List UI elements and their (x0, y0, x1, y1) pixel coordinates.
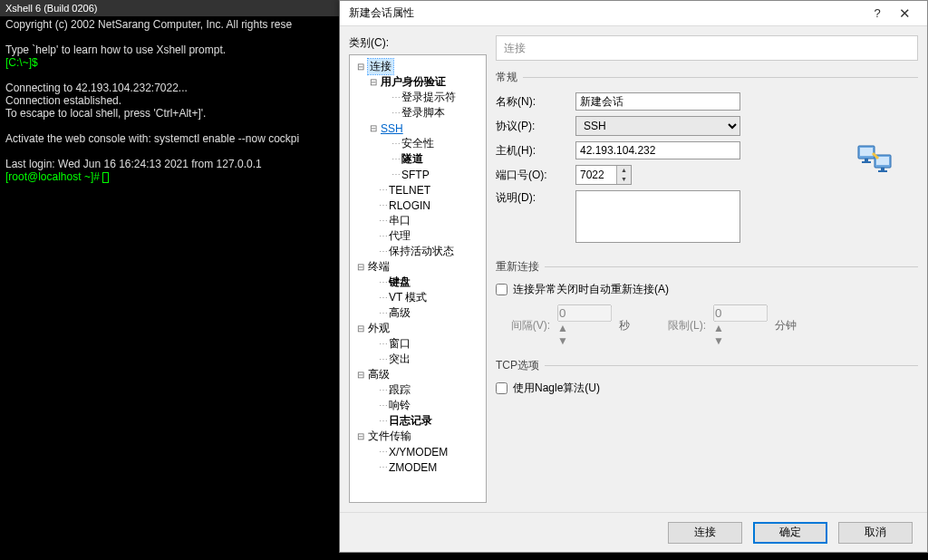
interval-label: 间隔(V): (499, 318, 550, 333)
desc-textarea[interactable] (575, 190, 740, 243)
tree-item-label: 终端 (368, 259, 390, 275)
tree-twist-icon[interactable]: ⊟ (355, 431, 365, 441)
group-reconnect-title: 重新连接 (496, 259, 918, 275)
tree-item[interactable]: ⋯代理 (352, 228, 484, 244)
spin-down-icon[interactable]: ▼ (617, 175, 631, 184)
protocol-select[interactable]: SSH (575, 116, 740, 136)
connect-button[interactable]: 连接 (668, 522, 742, 544)
limit-input (713, 304, 768, 322)
interval-spinner: ▲▼ (557, 304, 612, 347)
tree-twist-icon[interactable]: ⊟ (355, 62, 365, 72)
tree-item[interactable]: ⋯SFTP (352, 167, 484, 182)
tree-twist-icon[interactable]: ⊟ (355, 370, 365, 380)
tree-item[interactable]: ⊟SSH (352, 121, 484, 136)
tree-item-label: 响铃 (389, 398, 411, 413)
tree-item-label: 用户身份验证 (381, 74, 446, 90)
tree-item[interactable]: ⋯登录脚本 (352, 105, 484, 121)
tree-dots: ⋯ (392, 154, 400, 164)
tree-dots: ⋯ (379, 385, 387, 395)
tree-dots: ⋯ (379, 231, 387, 241)
tree-dots: ⋯ (379, 277, 387, 287)
tree-dots: ⋯ (379, 216, 387, 226)
tree-twist-icon[interactable]: ⊟ (355, 262, 365, 272)
group-reconnect: 重新连接 连接异常关闭时自动重新连接(A) 间隔(V): ▲▼ 秒 限制(L): (496, 259, 918, 351)
tree-item[interactable]: ⋯TELNET (352, 182, 484, 198)
group-tcp: TCP选项 使用Nagle算法(U) (496, 358, 918, 407)
tree-twist-icon[interactable]: ⊟ (368, 123, 378, 133)
tree-item[interactable]: ⋯X/YMODEM (352, 444, 484, 459)
tree-item[interactable]: ⋯响铃 (352, 398, 484, 413)
tree-item[interactable]: ⊟终端 (352, 259, 484, 275)
tree-item-label: 键盘 (389, 275, 411, 290)
ok-button[interactable]: 确定 (753, 522, 827, 544)
tree-item[interactable]: ⋯窗口 (352, 336, 484, 352)
session-properties-dialog: 新建会话属性 ? ✕ 类别(C): ⊟连接⊟用户身份验证⋯登录提示符⋯登录脚本⊟… (339, 0, 928, 553)
terminal-cursor (102, 172, 109, 183)
right-pane-header: 连接 (496, 35, 918, 61)
tree-item[interactable]: ⊟连接 (352, 59, 484, 74)
name-label: 名称(N): (496, 94, 575, 110)
tree-twist-icon[interactable]: ⊟ (368, 77, 378, 87)
port-spinner[interactable]: ▲▼ (575, 165, 632, 185)
tree-dots: ⋯ (379, 246, 387, 256)
limit-spinner: ▲▼ (713, 304, 768, 347)
close-button[interactable]: ✕ (891, 5, 918, 22)
tree-item-label: ZMODEM (389, 461, 437, 474)
interval-input (557, 304, 612, 322)
auto-reconnect-checkbox[interactable] (496, 284, 508, 295)
port-input[interactable] (576, 166, 616, 184)
tree-item-label: 串口 (389, 213, 411, 228)
spin-up-icon[interactable]: ▲ (617, 166, 631, 175)
tree-dots: ⋯ (379, 200, 387, 210)
tree-item[interactable]: ⋯串口 (352, 213, 484, 228)
dialog-footer: 连接 确定 取消 (340, 512, 927, 552)
tree-dots: ⋯ (392, 108, 400, 118)
category-label: 类别(C): (349, 35, 487, 51)
host-input[interactable] (575, 141, 740, 159)
category-tree[interactable]: ⊟连接⊟用户身份验证⋯登录提示符⋯登录脚本⊟SSH⋯安全性⋯隧道⋯SFTP⋯TE… (349, 54, 487, 503)
svg-rect-6 (881, 168, 884, 170)
nagle-checkbox[interactable] (496, 382, 508, 394)
nagle-label: 使用Nagle算法(U) (513, 381, 600, 396)
tree-item[interactable]: ⋯ZMODEM (352, 459, 484, 475)
tree-item-label: 连接 (368, 59, 393, 74)
help-button[interactable]: ? (864, 6, 891, 20)
tree-item[interactable]: ⋯保持活动状态 (352, 244, 484, 259)
tree-item[interactable]: ⊟外观 (352, 321, 484, 336)
tree-item[interactable]: ⋯高级 (352, 305, 484, 321)
tree-item-label: 安全性 (401, 136, 434, 151)
tree-item[interactable]: ⊟用户身份验证 (352, 74, 484, 90)
group-tcp-title: TCP选项 (496, 358, 918, 373)
tree-item[interactable]: ⋯日志记录 (352, 413, 484, 429)
tree-item[interactable]: ⋯安全性 (352, 136, 484, 151)
svg-rect-1 (860, 148, 873, 156)
tree-item-label: 文件传输 (368, 429, 411, 444)
tree-item-label: 高级 (368, 367, 390, 382)
tree-dots: ⋯ (379, 354, 387, 364)
tree-item[interactable]: ⋯VT 模式 (352, 290, 484, 305)
cancel-button[interactable]: 取消 (838, 522, 913, 544)
tree-item[interactable]: ⋯RLOGIN (352, 198, 484, 213)
tree-item[interactable]: ⊟高级 (352, 367, 484, 382)
connection-icon (856, 144, 893, 178)
tree-item-label: 日志记录 (389, 413, 432, 429)
tree-twist-icon[interactable]: ⊟ (355, 323, 365, 333)
tree-item-label: 跟踪 (389, 382, 411, 398)
limit-unit: 分钟 (775, 318, 797, 333)
tree-dots: ⋯ (379, 447, 387, 457)
interval-unit: 秒 (619, 318, 630, 333)
tree-item-label: 保持活动状态 (389, 244, 454, 259)
tree-item[interactable]: ⋯登录提示符 (352, 90, 484, 105)
spin-down-icon: ▼ (557, 334, 612, 347)
tree-item[interactable]: ⋯键盘 (352, 275, 484, 290)
tree-item[interactable]: ⋯跟踪 (352, 382, 484, 398)
tree-dots: ⋯ (379, 401, 387, 410)
spin-down-icon: ▼ (713, 334, 768, 347)
name-input[interactable] (575, 92, 740, 111)
svg-rect-2 (865, 159, 868, 161)
tree-item-label: 代理 (389, 228, 411, 244)
tree-item[interactable]: ⊟文件传输 (352, 429, 484, 444)
tree-item[interactable]: ⋯突出 (352, 352, 484, 367)
tree-item[interactable]: ⋯隧道 (352, 151, 484, 167)
tree-item-label: SFTP (401, 169, 430, 181)
